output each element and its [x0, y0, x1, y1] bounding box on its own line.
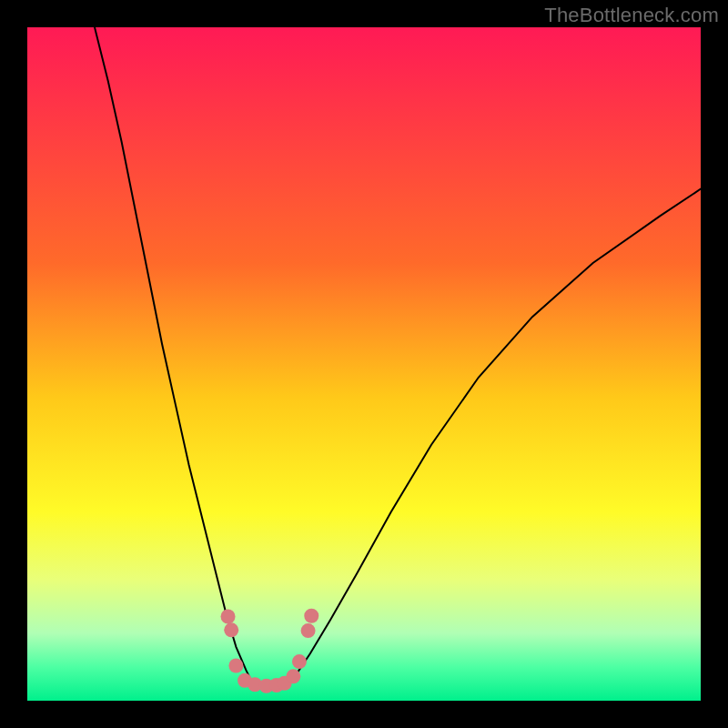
plot-area [27, 27, 701, 701]
marker-point [292, 654, 307, 669]
chart-svg [27, 27, 701, 701]
marker-point [228, 659, 243, 673]
marker-point [304, 609, 318, 623]
watermark-text: TheBottleneck.com [544, 4, 719, 27]
marker-point [286, 669, 300, 683]
marker-point [221, 610, 236, 624]
chart-frame: TheBottleneck.com [0, 0, 728, 728]
gradient-background [27, 27, 701, 701]
marker-point [301, 623, 316, 638]
marker-point [224, 622, 238, 637]
